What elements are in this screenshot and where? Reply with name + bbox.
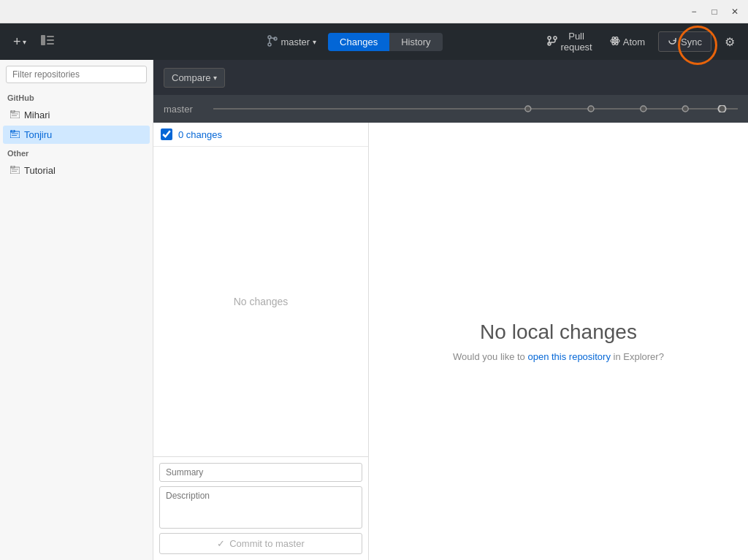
svg-point-30: [682, 106, 688, 112]
changes-panel: 0 changes No changes ✓ Commit to master …: [153, 123, 748, 560]
svg-point-9: [554, 37, 557, 39]
svg-point-5: [268, 43, 271, 46]
github-section-label: GitHub: [0, 89, 153, 105]
commit-label: Commit to master: [229, 538, 305, 549]
repo-name-tonjiru: Tonjiru: [24, 129, 52, 140]
open-repository-link[interactable]: open this repository: [527, 351, 610, 362]
search-input[interactable]: [6, 66, 147, 83]
header-right: Pull request Atom: [549, 28, 739, 55]
repo-icon-tutorial: [10, 165, 20, 176]
branch-selector[interactable]: master ▾: [262, 32, 322, 52]
sidebar-item-tonjiru[interactable]: Tonjiru: [3, 126, 150, 144]
pr-label: Pull request: [560, 31, 592, 53]
maximize-button[interactable]: □: [704, 1, 725, 22]
add-button[interactable]: + ▾: [9, 31, 31, 53]
pull-request-button[interactable]: Pull request: [543, 28, 596, 55]
svg-point-27: [525, 106, 531, 112]
changes-header: 0 changes: [153, 123, 368, 147]
repo-name-mihari: Mihari: [24, 110, 50, 120]
svg-point-29: [641, 106, 646, 112]
branch-timeline: master: [153, 95, 748, 123]
titlebar: − □ ✕: [0, 0, 748, 23]
sync-button[interactable]: Sync: [658, 31, 711, 52]
svg-point-10: [614, 39, 616, 42]
subtitle-suffix: in Explorer?: [614, 351, 664, 362]
changes-bottom: ✓ Commit to master: [153, 456, 368, 560]
tab-history[interactable]: History: [389, 33, 442, 51]
svg-point-28: [588, 106, 594, 112]
app-header: + ▾ master ▾: [0, 23, 748, 60]
svg-rect-1: [47, 36, 54, 37]
pr-icon: [547, 36, 557, 48]
subtitle-prefix: Would you like to: [453, 351, 527, 362]
sidebar: GitHub Mihari Tonji: [0, 60, 153, 560]
atom-label: Atom: [623, 37, 645, 47]
no-changes-subtitle: Would you like to open this repository i…: [453, 351, 664, 362]
add-arrow-icon: ▾: [23, 38, 26, 46]
other-section-label: Other: [0, 145, 153, 161]
minimize-button[interactable]: −: [684, 1, 704, 22]
compare-button[interactable]: Compare ▾: [164, 68, 225, 88]
svg-point-31: [718, 105, 725, 112]
sidebar-item-tutorial[interactable]: Tutorial: [3, 161, 150, 180]
settings-icon: ⚙: [725, 36, 735, 48]
branch-arrow-icon: ▾: [313, 38, 316, 46]
svg-point-8: [548, 37, 551, 39]
timeline-line: [213, 108, 738, 110]
changes-list: 0 changes No changes ✓ Commit to master: [153, 123, 369, 560]
plus-icon: +: [13, 34, 21, 50]
no-changes-title: No local changes: [480, 321, 637, 344]
header-center: master ▾ Changes History: [155, 32, 549, 52]
search-box: [0, 60, 153, 89]
select-all-checkbox[interactable]: [161, 129, 172, 140]
compare-toolbar: Compare ▾: [153, 60, 748, 95]
tab-group: Changes History: [328, 33, 443, 51]
tab-changes[interactable]: Changes: [328, 33, 389, 51]
changes-count: 0 changes: [178, 129, 222, 140]
svg-rect-0: [41, 35, 45, 45]
branch-icon: [267, 35, 278, 49]
repo-icon-active: [10, 129, 20, 140]
compare-arrow-icon: ▾: [213, 74, 217, 82]
commit-button[interactable]: ✓ Commit to master: [159, 533, 362, 554]
commit-icon: ✓: [217, 538, 225, 549]
svg-rect-3: [47, 43, 54, 45]
main-layout: GitHub Mihari Tonji: [0, 60, 748, 560]
description-input[interactable]: [159, 486, 362, 529]
sync-label: Sync: [681, 37, 702, 47]
changes-empty-state: No changes: [153, 147, 368, 456]
atom-button[interactable]: Atom: [606, 33, 649, 51]
compare-label: Compare: [172, 72, 210, 83]
summary-input[interactable]: [159, 463, 362, 482]
svg-rect-2: [47, 39, 54, 41]
atom-icon: [610, 36, 620, 48]
sidebar-toggle-button[interactable]: [37, 32, 58, 51]
header-left: + ▾: [9, 31, 155, 53]
no-changes-panel: No local changes Would you like to open …: [369, 123, 748, 560]
sidebar-toggle-icon: [41, 35, 54, 45]
content-area: Compare ▾ master: [153, 60, 748, 560]
repo-icon: [10, 110, 20, 120]
close-button[interactable]: ✕: [725, 1, 745, 22]
sidebar-item-mihari[interactable]: Mihari: [3, 106, 150, 124]
settings-button[interactable]: ⚙: [720, 32, 739, 52]
sync-icon: [668, 36, 677, 47]
branch-timeline-label: master: [164, 104, 207, 115]
branch-name: master: [280, 37, 310, 47]
repo-name-tutorial: Tutorial: [24, 165, 56, 176]
sync-button-wrapper: Sync: [658, 31, 711, 52]
